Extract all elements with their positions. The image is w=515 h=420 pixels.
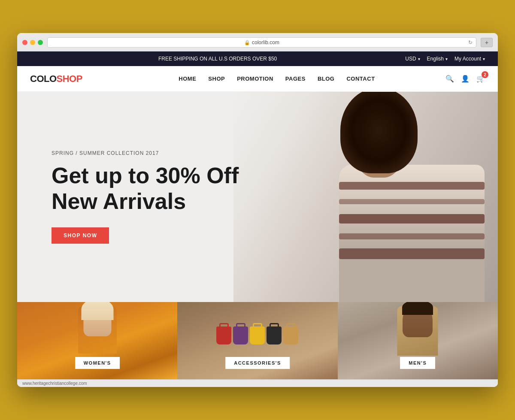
bag-purple [233,326,248,344]
refresh-button[interactable]: ↻ [468,39,473,45]
currency-chevron-icon: ▾ [418,57,420,61]
mens-label-text: MEN'S [409,360,427,366]
plus-icon: + [485,39,488,46]
nav-icons: 🔍 👤 🛒 2 [445,75,485,83]
status-bar: www.heritagechristiancollege.com [17,379,498,387]
hero-model-bg [233,92,498,302]
categories-section: WOMEN'S ACCESSORIES'S [17,302,498,379]
promo-text: FREE SHIPPING ON ALL U.S ORDERS OVER $50 [158,56,277,62]
stripe-3 [339,214,485,224]
mens-hair [402,302,433,315]
logo-shop: SHOP [57,73,82,84]
close-button[interactable] [22,40,27,45]
main-navigation: COLOSHOP HOME SHOP PROMOTION PAGES BLOG … [17,66,498,92]
mens-label: MEN'S [400,357,435,369]
hero-content: SPRING / SUMMER COLLECTION 2017 Get up t… [17,150,273,244]
search-icon[interactable]: 🔍 [445,75,454,83]
language-chevron-icon: ▾ [445,57,448,61]
model-body [339,165,485,302]
model-hair [340,92,418,173]
stripe-5 [339,248,485,259]
top-banner: FREE SHIPPING ON ALL U.S ORDERS OVER $50… [17,51,498,66]
traffic-lights [22,40,43,45]
user-icon[interactable]: 👤 [461,75,470,83]
currency-label: USD [405,56,416,62]
url-display: 🔒 colorlib.com [244,39,279,45]
womens-hair [81,302,113,320]
status-url: www.heritagechristiancollege.com [22,381,87,386]
hero-subtitle: SPRING / SUMMER COLLECTION 2017 [52,150,239,156]
stripe-2 [339,199,485,204]
stripe-4 [339,233,485,239]
website-content: FREE SHIPPING ON ALL U.S ORDERS OVER $50… [17,51,498,387]
minimize-button[interactable] [30,40,35,45]
bag-tan [283,326,298,344]
nav-home[interactable]: HOME [179,76,196,82]
nav-shop[interactable]: SHOP [208,76,225,82]
browser-chrome: 🔒 colorlib.com ↻ + [17,33,498,51]
logo-colo: COLO [30,73,57,84]
womens-label: WOMEN'S [75,357,120,369]
currency-selector[interactable]: USD ▾ [405,56,420,62]
shop-now-button[interactable]: SHOP NOW [52,227,109,244]
cart-badge: 2 [482,71,488,78]
category-womens[interactable]: WOMEN'S [17,302,177,379]
nav-pages[interactable]: PAGES [285,76,306,82]
stripe-1 [339,182,485,190]
hero-title-line2: New Arrivals [52,189,186,214]
bag-red [216,326,231,344]
browser-window: 🔒 colorlib.com ↻ + FREE SHIPPING ON ALL … [17,33,498,387]
nav-promotion[interactable]: PROMOTION [237,76,273,82]
url-text: colorlib.com [252,39,279,45]
language-selector[interactable]: English ▾ [427,56,448,62]
account-chevron-icon: ▾ [483,57,485,61]
top-banner-right: USD ▾ English ▾ My Account ▾ [405,56,485,62]
nav-contact[interactable]: CONTACT [346,76,375,82]
hero-section: SPRING / SUMMER COLLECTION 2017 Get up t… [17,92,498,302]
hero-image [233,92,498,302]
new-tab-button[interactable]: + [481,38,493,47]
category-accessories[interactable]: ACCESSORIES'S [177,302,337,379]
nav-links: HOME SHOP PROMOTION PAGES BLOG CONTACT [108,76,445,82]
cart-icon[interactable]: 🛒 2 [476,75,485,83]
hero-title-line1: Get up to 30% Off [52,163,239,188]
promo-message: FREE SHIPPING ON ALL U.S ORDERS OVER $50 [30,56,405,62]
nav-blog[interactable]: BLOG [318,76,335,82]
category-mens[interactable]: MEN'S [338,302,498,379]
womens-label-text: WOMEN'S [84,360,111,366]
accessories-label: ACCESSORIES'S [225,357,290,369]
account-menu[interactable]: My Account ▾ [454,56,485,62]
maximize-button[interactable] [38,40,43,45]
hero-title: Get up to 30% Off New Arrivals [52,163,239,215]
bag-yellow [250,326,265,344]
logo[interactable]: COLOSHOP [30,73,82,85]
language-label: English [427,56,444,62]
address-bar[interactable]: 🔒 colorlib.com ↻ [47,37,476,48]
lock-icon: 🔒 [244,40,250,45]
accessories-label-text: ACCESSORIES'S [234,360,281,366]
account-label: My Account [454,56,481,62]
bag-dark [267,326,282,344]
